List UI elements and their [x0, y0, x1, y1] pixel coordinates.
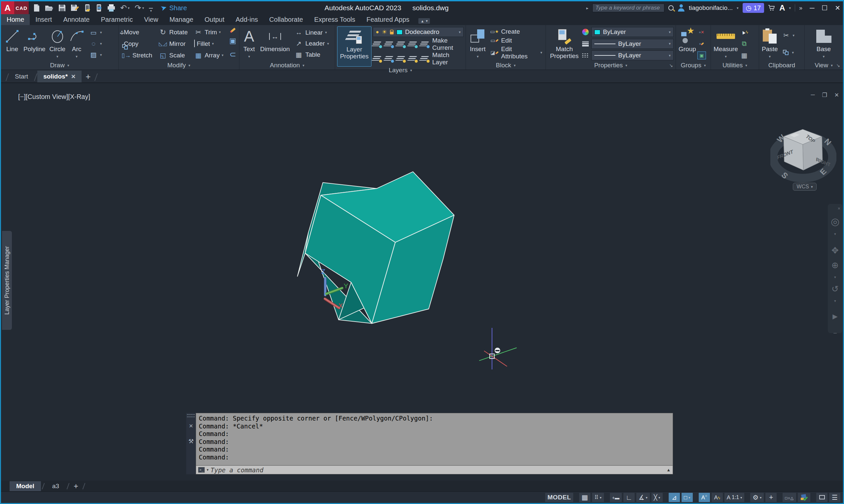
share-button[interactable]: ➤ Share — [161, 4, 187, 12]
cart-icon[interactable] — [768, 5, 775, 11]
tab-add-ins[interactable]: Add-ins — [230, 14, 264, 25]
copy-clip-button[interactable]: ▾ — [781, 49, 795, 56]
ortho-icon[interactable]: ∟ — [623, 493, 635, 502]
save-to-mobile-button[interactable] — [96, 4, 102, 12]
linear-button[interactable]: ↔Linear▾ — [293, 29, 333, 37]
navbar-collapse-icon[interactable]: − — [833, 329, 837, 337]
new-layout-button[interactable]: + — [70, 482, 82, 491]
match-properties-button[interactable]: Match Properties — [548, 26, 581, 61]
annotation-monitor-icon[interactable]: + — [765, 493, 777, 502]
text-button[interactable]: A Text ▾ — [241, 26, 257, 61]
navigation-wheel-icon[interactable]: ◎ — [831, 216, 839, 227]
match-layer-icon[interactable] — [420, 55, 429, 62]
paste-button[interactable]: Paste ▾ — [761, 26, 779, 61]
zoom-icon[interactable]: ⊕ — [831, 260, 839, 270]
navigation-wheel-caret-icon[interactable]: ▾ — [834, 232, 836, 236]
tab-parametric[interactable]: Parametric — [95, 14, 138, 25]
copy-button[interactable]: Copy — [121, 39, 156, 49]
offset-icon[interactable]: ⊂ — [228, 51, 237, 58]
workspace-icon[interactable]: ⚙▾ — [750, 493, 764, 502]
command-history[interactable]: Command: Specify opposite corner or [Fen… — [196, 413, 673, 465]
command-window-grip[interactable]: •••••••••••• ✕ ⚒ — [186, 413, 196, 474]
customize-qat-button[interactable]: ▾ — [149, 4, 153, 12]
tab-annotate[interactable]: Annotate — [57, 14, 95, 25]
linetype-select[interactable]: ByLayer ▾ — [591, 51, 674, 60]
fillet-button[interactable]: Fillet▾ — [193, 39, 227, 49]
tab-insert[interactable]: Insert — [30, 14, 57, 25]
autodesk-app-icon[interactable]: A — [779, 3, 785, 13]
maximize-button[interactable]: ☐ — [822, 4, 827, 12]
panel-title-groups[interactable]: Groups▾ — [676, 61, 711, 70]
make-current-button[interactable]: Make Current — [432, 37, 464, 52]
showmotion-icon[interactable]: ▶ — [832, 312, 838, 320]
save-button[interactable] — [58, 4, 66, 12]
file-tab-start[interactable]: Start — [9, 71, 34, 83]
tab-featured-apps[interactable]: Featured Apps — [361, 14, 415, 25]
arc-button[interactable]: Arc▾ — [67, 26, 86, 61]
user-name[interactable]: tiagobonifacio... — [689, 4, 733, 12]
customization-icon[interactable]: ☰ — [829, 493, 840, 502]
isolate-objects-icon[interactable]: □○△ — [782, 493, 796, 502]
dimension-button[interactable]: ↔ Dimension — [258, 26, 292, 61]
layer-vp-freeze-icon[interactable] — [397, 55, 405, 62]
erase-icon[interactable] — [230, 28, 236, 33]
command-expand-icon[interactable]: ▲ — [666, 467, 671, 472]
object-color-select[interactable]: ByLayer ▾ — [591, 27, 674, 37]
orbit-caret-icon[interactable]: ▾ — [834, 299, 836, 303]
layer-unisolate-icon[interactable] — [385, 55, 393, 62]
rotate-button[interactable]: ↻Rotate — [157, 28, 191, 37]
annotation-autoscale-icon[interactable]: Aϟ — [711, 493, 723, 502]
quick-select-icon[interactable]: ▲ϟ — [740, 29, 748, 36]
annotation-scale-button[interactable]: A1:1▾ — [724, 493, 745, 502]
file-tab-solidos[interactable]: solidos*✕ — [37, 71, 82, 83]
group-edit-icon[interactable]: ▫ — [697, 40, 706, 48]
group-button[interactable]: ★ Group — [678, 26, 697, 61]
properties-dialog-launcher-icon[interactable]: ↘ — [669, 63, 673, 68]
base-button[interactable]: Base ▾ — [814, 26, 833, 61]
clean-screen-icon[interactable] — [816, 493, 827, 502]
panel-title-annotation[interactable]: Annotation▾ — [239, 61, 335, 70]
edit-attributes-button[interactable]: ◪Edit Attributes▾ — [489, 45, 544, 60]
application-menu-button[interactable]: A CAD — [1, 1, 29, 15]
layout-tab-model[interactable]: Model — [10, 481, 41, 491]
viewport-controls[interactable]: [−][Custom View][X-Ray] — [18, 93, 90, 101]
ribbon-collapse-button[interactable]: ▲ ▾ — [418, 18, 430, 24]
new-file-button[interactable] — [33, 4, 40, 12]
scale-button[interactable]: ◱Scale — [157, 51, 191, 60]
save-as-button[interactable] — [71, 4, 79, 12]
tab-express-tools[interactable]: Express Tools — [309, 14, 361, 25]
tab-output[interactable]: Output — [199, 14, 230, 25]
hatch-button[interactable]: ▨▾ — [88, 51, 103, 59]
trim-button[interactable]: ✂Trim▾ — [193, 28, 227, 37]
layer-select[interactable]: ● ☀ Dodecaedro ▾ — [373, 27, 464, 37]
circle-button[interactable]: Circle▾ — [48, 26, 68, 61]
autodesk-app-caret-icon[interactable]: ▾ — [789, 6, 791, 10]
tab-view[interactable]: View — [138, 14, 164, 25]
command-input[interactable] — [211, 466, 665, 474]
rectangle-button[interactable]: ▭▾ — [88, 29, 103, 37]
annotation-visibility-icon[interactable]: A○ — [699, 493, 710, 502]
array-button[interactable]: ▦Array▾ — [193, 51, 227, 60]
table-button[interactable]: ▦Table — [293, 51, 333, 59]
lineweight-select[interactable]: ByLayer ▾ — [591, 39, 674, 49]
move-button[interactable]: ↔↕Move — [121, 28, 156, 37]
open-from-mobile-button[interactable] — [84, 4, 91, 12]
graphics-performance-icon[interactable] — [798, 493, 810, 502]
insert-button[interactable]: Insert ▾ — [468, 26, 488, 61]
line-button[interactable]: Line▾ — [3, 26, 21, 61]
tab-collaborate[interactable]: Collaborate — [263, 14, 308, 25]
ellipse-button[interactable]: ◌▾ — [88, 39, 103, 48]
quick-calculator-icon[interactable]: ▦ — [740, 52, 748, 59]
panel-title-modify[interactable]: Modify▾ — [119, 61, 239, 70]
new-drawing-tab-button[interactable]: + — [82, 72, 94, 83]
panel-title-draw[interactable]: Draw▾ — [1, 61, 118, 70]
osnap-tracking-icon[interactable]: ⊿ — [669, 493, 680, 502]
measure-button[interactable]: Measure ▾ — [713, 26, 739, 61]
panel-title-properties[interactable]: Properties▾ ↘ — [546, 61, 676, 70]
layer-properties-manager-tab[interactable]: Layer Properties Manager — [2, 231, 12, 330]
file-tab-close-icon[interactable]: ✕ — [71, 73, 75, 80]
make-current-icon[interactable] — [420, 41, 429, 48]
match-layer-button[interactable]: Match Layer — [432, 52, 464, 66]
edit-button[interactable]: ▭Edit — [489, 36, 544, 45]
zoom-caret-icon[interactable]: ▾ — [834, 275, 836, 280]
